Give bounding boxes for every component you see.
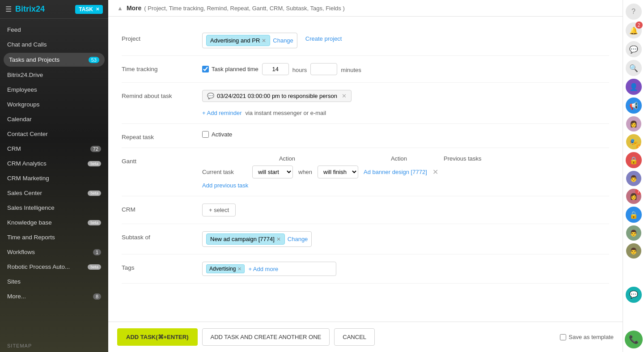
tag-advertising: Advertising ✕ <box>206 264 245 273</box>
time-tracking-control: Task planned time hours minutes <box>202 63 609 75</box>
collapse-icon[interactable]: ▲ <box>117 5 123 12</box>
repeat-checkbox-label[interactable]: Activate <box>202 131 232 138</box>
crm-badge: 72 <box>90 146 101 152</box>
remind-row: Remind about task 💬 03/24/2021 03:00:00 … <box>122 83 609 124</box>
add-reminder-suffix: via instant messenger or e-mail <box>245 110 326 116</box>
add-previous-task-link[interactable]: Add previous task <box>202 182 248 189</box>
more-badge: 8 <box>93 293 101 300</box>
red-lock-icon[interactable]: 🔒 <box>626 152 642 168</box>
save-template-checkbox[interactable] <box>560 334 566 340</box>
sidebar-item-sales-intelligence[interactable]: Sales Intelligence <box>0 200 108 215</box>
crm-select-button[interactable]: + select <box>202 204 236 216</box>
sidebar: ☰ Bitrix24 TASK ✕ Feed Chat and Calls Ta… <box>0 0 108 352</box>
avatar-5[interactable]: 👨 <box>626 225 641 241</box>
minutes-unit: minutes <box>341 65 361 73</box>
add-reminder-link[interactable]: + Add reminder <box>202 110 242 116</box>
crm-profile-icon[interactable]: 👤 <box>626 79 642 95</box>
task-close-icon[interactable]: ✕ <box>96 7 99 12</box>
sidebar-item-bitrix24-drive[interactable]: Bitrix24.Drive <box>0 68 108 82</box>
sidebar-item-time-reports[interactable]: Time and Reports <box>0 230 108 245</box>
subtask-row: Subtask of New ad campaign [7774] ✕ Chan… <box>122 224 609 254</box>
time-tracking-label: Time tracking <box>122 63 193 72</box>
gantt-empty-col <box>202 155 247 162</box>
minutes-input[interactable] <box>310 63 337 75</box>
sidebar-item-tasks-projects[interactable]: Tasks and Projects 53 <box>4 53 105 67</box>
avatar4-badge: 7 <box>635 189 641 195</box>
time-tracking-checkbox-label[interactable]: Task planned time <box>202 66 258 72</box>
blue-lock-icon[interactable]: 🔒 <box>626 207 642 223</box>
task-badge[interactable]: TASK ✕ <box>75 5 103 14</box>
project-change-button[interactable]: Change <box>273 35 293 46</box>
sidebar-item-crm[interactable]: CRM 72 <box>0 141 108 156</box>
gantt-action1-select[interactable]: will start will finish <box>252 165 293 178</box>
cancel-button[interactable]: CANCEL <box>334 328 375 346</box>
sidebar-item-contact-center[interactable]: Contact Center <box>0 127 108 141</box>
repeat-checkbox[interactable] <box>202 131 209 138</box>
avatar-4[interactable]: 👩 7 <box>626 189 641 204</box>
subtask-control: New ad campaign [7774] ✕ Change <box>202 231 609 247</box>
kb-badge: beta <box>88 220 101 225</box>
sidebar-item-more[interactable]: More... 8 <box>0 289 108 304</box>
search-icon[interactable]: 🔍 <box>626 60 642 76</box>
sidebar-header: ☰ Bitrix24 TASK ✕ <box>0 0 108 19</box>
time-tracking-checkbox[interactable] <box>202 66 209 72</box>
sidebar-item-feed[interactable]: Feed <box>0 22 108 37</box>
sidebar-item-sales-center[interactable]: Sales Center beta <box>0 186 108 200</box>
logo: Bitrix24 <box>15 4 45 14</box>
sidebar-item-crm-marketing[interactable]: CRM Marketing <box>0 171 108 186</box>
hours-input[interactable] <box>262 63 289 75</box>
sidebar-item-calendar[interactable]: Calendar <box>0 112 108 127</box>
notifications-badge: 2 <box>636 21 643 29</box>
tag-close-icon[interactable]: ✕ <box>237 266 242 272</box>
sidebar-item-knowledge-base[interactable]: Knowledge base beta <box>0 215 108 230</box>
sidebar-item-chat-calls[interactable]: Chat and Calls <box>0 37 108 52</box>
gantt-action2-select[interactable]: will finish will start <box>318 165 358 178</box>
sidebar-item-employees[interactable]: Employees <box>0 82 108 97</box>
gantt-data-row: Current task will start will finish when… <box>202 165 515 178</box>
sidebar-item-workgroups[interactable]: Workgroups <box>0 97 108 112</box>
help-icon[interactable]: ? <box>626 4 642 20</box>
avatar-1[interactable]: 👩 <box>626 116 641 131</box>
green-call-icon[interactable]: 📞 <box>625 331 643 348</box>
gantt-when-col <box>327 155 354 162</box>
sitemap-label[interactable]: SITEMAP <box>0 339 108 352</box>
gantt-prev-task-link[interactable]: Ad banner design [7772] <box>364 169 427 175</box>
repeat-label: Repeat task <box>122 131 193 140</box>
rpa-badge: beta <box>88 264 101 270</box>
gantt-row: Gantt Action Action Previous tasks Curre… <box>122 148 609 196</box>
sidebar-item-robotic-process[interactable]: Robotic Process Auto... beta <box>0 259 108 274</box>
sidebar-item-crm-analytics[interactable]: CRM Analytics beta <box>0 156 108 171</box>
gantt-header-row: Action Action Previous tasks <box>202 155 515 165</box>
remind-close-icon[interactable]: ✕ <box>342 93 347 99</box>
project-label: Project <box>122 33 193 42</box>
hamburger-icon[interactable]: ☰ <box>5 5 12 13</box>
gantt-content: Action Action Previous tasks Current tas… <box>202 155 515 189</box>
notifications-icon[interactable]: 🔔 2 <box>626 22 642 38</box>
gantt-top: Gantt Action Action Previous tasks Curre… <box>122 155 515 189</box>
avatar-3[interactable]: 👨 <box>626 171 641 186</box>
add-reminder-line: + Add reminder via instant messenger or … <box>202 109 326 116</box>
right-panel: ? 🔔 2 💬 🔍 👤 📢 👩 🎭 ! 🔒 👨 👩 7 🔒 👨 👨 💬 📞 <box>623 0 644 352</box>
more-label: More <box>127 4 141 12</box>
avatar-2[interactable]: 🎭 ! <box>626 134 641 149</box>
project-chip-close-icon[interactable]: ✕ <box>262 38 266 44</box>
gantt-current-task-label: Current task <box>202 169 247 175</box>
repeat-control: Activate <box>202 131 609 138</box>
avatar-6[interactable]: 👨 <box>626 243 641 259</box>
gantt-action-col1: Action <box>256 155 318 162</box>
save-template[interactable]: Save as template <box>560 334 614 340</box>
add-task-button[interactable]: ADD TASK(⌘+ENTER) <box>117 328 198 346</box>
add-more-tags-link[interactable]: + Add more <box>248 266 278 272</box>
gantt-remove-icon[interactable]: ✕ <box>432 168 438 176</box>
sidebar-item-workflows[interactable]: Workflows 1 <box>0 245 108 259</box>
teal-chat-icon[interactable]: 💬 <box>626 287 642 303</box>
sidebar-item-sites[interactable]: Sites <box>0 274 108 289</box>
create-project-link[interactable]: Create project <box>305 33 342 42</box>
add-task-another-button[interactable]: ADD TASK AND CREATE ANOTHER ONE <box>202 328 330 346</box>
subtask-chip-close-icon[interactable]: ✕ <box>276 236 281 242</box>
chat-icon[interactable]: 💬 <box>626 41 642 57</box>
subtask-change-button[interactable]: Change <box>288 234 308 244</box>
gantt-label: Gantt <box>122 155 193 165</box>
more-line: ▲ More ( Project, Time tracking, Remind,… <box>117 4 614 12</box>
crm-broadcast-icon[interactable]: 📢 <box>626 98 642 114</box>
